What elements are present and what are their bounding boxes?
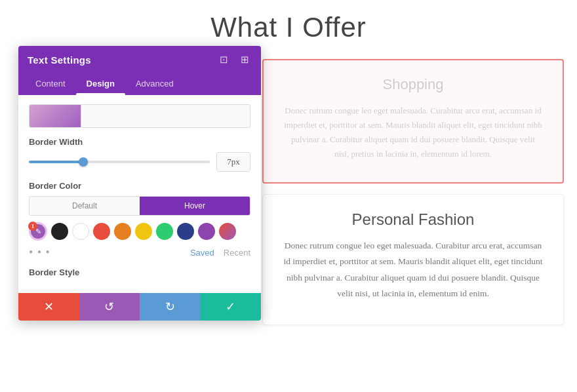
color-swatches: 1 ✎ [29, 222, 250, 241]
panel-tabs: Content Design Advanced [18, 73, 261, 95]
tab-hover[interactable]: Hover [140, 197, 250, 215]
cancel-button[interactable]: ✕ [18, 293, 79, 321]
panel-title: Text Settings [28, 54, 91, 66]
panel-footer: ✕ ↺ ↻ ✓ [18, 293, 261, 321]
recent-link[interactable]: Recent [224, 248, 250, 258]
fashion-card-text: Donec rutrum congue leo eget malesuada. … [283, 238, 544, 302]
tab-advanced[interactable]: Advanced [125, 73, 184, 95]
swatch-red[interactable] [93, 223, 110, 240]
swatch-orange[interactable] [114, 223, 131, 240]
border-color-label: Border Color [29, 181, 250, 191]
panel-body: Border Width 7px Border Color Default Ho… [18, 95, 261, 293]
saved-link[interactable]: Saved [190, 248, 214, 258]
swatch-darkblue[interactable] [177, 223, 194, 240]
swatch-black[interactable] [51, 223, 68, 240]
tab-default[interactable]: Default [30, 197, 140, 215]
columns-icon[interactable]: ⊞ [237, 52, 252, 67]
panel-header-icons: ⊡ ⊞ [216, 52, 252, 67]
shopping-card[interactable]: Shopping Donec rutrum congue leo eget ma… [262, 59, 564, 184]
swatch-green[interactable] [156, 223, 173, 240]
active-swatch[interactable]: 1 ✎ [29, 222, 47, 241]
color-preview[interactable] [29, 104, 81, 128]
slider-thumb[interactable] [79, 157, 88, 167]
expand-icon[interactable]: ⊡ [216, 52, 231, 67]
fashion-card[interactable]: Personal Fashion Donec rutrum congue leo… [262, 194, 564, 325]
fashion-card-title: Personal Fashion [283, 210, 544, 229]
color-input-row [29, 104, 250, 128]
redo-button[interactable]: ↻ [140, 293, 201, 321]
shopping-card-text: Donec rutrum congue leo eget malesuada. … [283, 104, 543, 161]
border-width-row: 7px [29, 152, 250, 172]
panel-header: Text Settings ⊡ ⊞ [18, 46, 261, 73]
border-width-slider-track[interactable] [29, 161, 210, 163]
border-width-value[interactable]: 7px [216, 152, 250, 172]
save-button[interactable]: ✓ [201, 293, 262, 321]
saved-recent-row: • • • Saved Recent [29, 246, 250, 260]
border-style-label: Border Style [29, 267, 250, 277]
swatch-yellow[interactable] [135, 223, 152, 240]
border-width-label: Border Width [29, 137, 250, 147]
swatch-badge: 1 [28, 222, 37, 231]
tab-content[interactable]: Content [25, 73, 76, 95]
slider-fill [29, 161, 83, 163]
more-dots-icon[interactable]: • • • [29, 246, 50, 260]
shopping-card-title: Shopping [283, 76, 543, 93]
border-color-section: Border Color Default Hover 1 ✎ [29, 181, 250, 260]
tab-design[interactable]: Design [76, 73, 125, 95]
cards-area: Shopping Donec rutrum congue leo eget ma… [262, 59, 564, 325]
color-hex-input[interactable] [81, 104, 250, 128]
undo-button[interactable]: ↺ [79, 293, 140, 321]
swatch-white[interactable] [72, 223, 89, 240]
page-title: What I Offer [210, 12, 367, 43]
settings-panel: Text Settings ⊡ ⊞ Content Design Advance… [18, 46, 261, 321]
default-hover-tabs: Default Hover [29, 196, 250, 216]
swatch-gradient[interactable] [219, 223, 236, 240]
saved-recent-links: Saved Recent [190, 248, 250, 258]
swatch-purple[interactable] [198, 223, 215, 240]
